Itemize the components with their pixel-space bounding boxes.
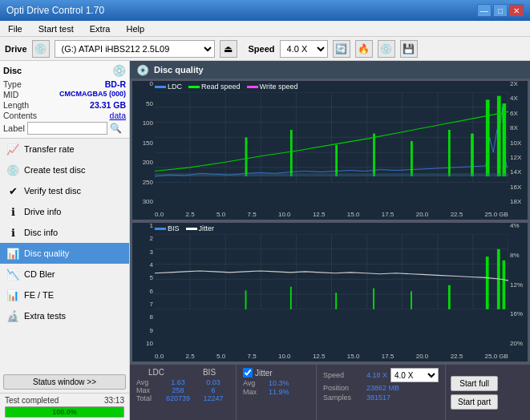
nav-fe-te-label: FE / TE [24, 290, 54, 300]
bottom-chart-y-axis-left: 10 9 8 7 6 5 4 3 2 1 [132, 223, 155, 347]
disc-type-value: BD-R [105, 79, 126, 89]
bottom-chart-y-axis-right: 20% 16% 12% 8% 4% [508, 223, 528, 347]
nav-create-test-disc[interactable]: 💿 Create test disc [0, 160, 129, 180]
start-part-button[interactable]: Start part [451, 394, 498, 410]
jitter-max-label: Max [243, 388, 265, 396]
legend-bis: BIS [155, 224, 180, 232]
maximize-button[interactable]: □ [493, 4, 508, 17]
menu-file[interactable]: File [3, 23, 27, 34]
jitter-checkbox[interactable] [243, 368, 253, 378]
svg-rect-26 [502, 103, 506, 176]
disc-label-icon[interactable]: 🔍 [110, 123, 122, 134]
svg-rect-50 [486, 256, 489, 309]
action-buttons: Start full Start part [446, 365, 503, 420]
status-window-button[interactable]: Status window >> [3, 374, 126, 390]
disc-button[interactable]: 💿 [378, 40, 395, 58]
svg-rect-47 [373, 289, 374, 309]
disc-type-label: Type [3, 79, 22, 89]
nav-disc-quality[interactable]: 📊 Disc quality [0, 243, 129, 264]
nav-create-test-disc-label: Create test disc [24, 165, 85, 175]
legend-read-speed-color [188, 86, 200, 88]
nav-drive-info-label: Drive info [24, 207, 61, 216]
speed-select-drive[interactable]: 4.0 X [280, 40, 328, 58]
max-label: Max [136, 386, 159, 394]
nav-disc-quality-label: Disc quality [24, 248, 69, 258]
legend-write-speed-color [247, 86, 258, 88]
bottom-chart-legend: BIS Jitter [155, 224, 214, 232]
refresh-button[interactable]: 🔄 [333, 40, 350, 58]
legend-bis-label: BIS [168, 224, 180, 232]
svg-rect-27 [155, 173, 508, 176]
drive-label: Drive [5, 44, 27, 54]
jitter-max: 11.9% [269, 388, 289, 396]
disc-mid-label: MID [3, 90, 18, 99]
svg-rect-18 [290, 130, 293, 176]
svg-rect-52 [502, 260, 505, 309]
disc-panel-title: Disc [3, 66, 22, 75]
progress-area: Test completed 33:13 100.0% [0, 393, 129, 420]
sidebar: Disc 💿 Type BD-R MID CMCMAGBA5 (000) Len… [0, 61, 130, 420]
nav-fe-te[interactable]: 📊 FE / TE [0, 285, 129, 305]
save-button[interactable]: 💾 [400, 40, 418, 58]
nav-cd-bler[interactable]: 📉 CD Bler [0, 264, 129, 285]
nav-transfer-rate-label: Transfer rate [24, 144, 75, 154]
nav-transfer-rate[interactable]: 📈 Transfer rate [0, 139, 129, 160]
title-bar: Opti Drive Control 1.70 — □ ✕ [0, 0, 530, 21]
nav-extra-tests-label: Extra tests [24, 311, 66, 321]
menu-start-test[interactable]: Start test [34, 23, 79, 34]
close-button[interactable]: ✕ [509, 4, 524, 17]
top-chart-legend: LDC Read speed Write speed [155, 83, 297, 91]
chart-title: Disc quality [154, 65, 204, 75]
create-test-disc-icon: 💿 [6, 164, 19, 176]
nav-verify-test-disc[interactable]: ✔ Verify test disc [0, 180, 129, 201]
legend-write-speed-label: Write speed [260, 83, 298, 91]
top-chart-y-axis-right: 18X 16X 14X 12X 10X 8X 6X 4X 2X [508, 81, 528, 205]
window-controls: — □ ✕ [477, 4, 524, 17]
legend-jitter-label: Jitter [199, 224, 215, 232]
nav-disc-info[interactable]: ℹ Disc info [0, 222, 129, 243]
menu-extra[interactable]: Extra [85, 23, 115, 34]
svg-rect-17 [245, 137, 248, 176]
minimize-button[interactable]: — [477, 4, 492, 17]
disc-length-label: Length [3, 100, 29, 110]
chart-header-icon: 💿 [136, 64, 149, 76]
disc-contents-label: Contents [3, 111, 37, 120]
nav-cd-bler-label: CD Bler [24, 269, 55, 279]
drive-select[interactable]: (G:) ATAPI iHBS212 2.5L09 [55, 40, 215, 58]
menu-bar: File Start test Extra Help [0, 21, 530, 37]
app-title: Opti Drive Control 1.70 [6, 5, 104, 16]
main-content: 💿 Disc quality LDC Read speed [130, 61, 530, 420]
stats-bar: LDC BIS Avg 1.63 0.03 Max 258 6 Total 62… [130, 364, 530, 420]
speed-stats: Speed 4.18 X 4.0 X Position 23862 MB Sam… [317, 365, 446, 420]
charts-container: LDC Read speed Write speed 300 250 200 [130, 79, 530, 364]
legend-bis-color [155, 228, 166, 230]
svg-rect-45 [290, 287, 292, 309]
elapsed-time: 33:13 [104, 396, 124, 405]
menu-help[interactable]: Help [121, 23, 149, 34]
burn-button[interactable]: 🔥 [355, 40, 373, 58]
bis-avg: 0.03 [197, 378, 229, 386]
svg-rect-21 [411, 141, 413, 176]
drive-info-icon: ℹ [6, 206, 19, 218]
nav-drive-info[interactable]: ℹ Drive info [0, 201, 129, 222]
drive-icon-btn: 💿 [32, 40, 50, 58]
start-full-button[interactable]: Start full [451, 376, 498, 391]
svg-rect-44 [245, 290, 247, 309]
eject-button[interactable]: ⏏ [220, 40, 237, 58]
ldc-bis-stats: LDC BIS Avg 1.63 0.03 Max 258 6 Total 62… [130, 365, 237, 420]
bottom-chart-svg [155, 234, 508, 309]
top-chart: LDC Read speed Write speed 300 250 200 [131, 80, 528, 220]
avg-label: Avg [136, 378, 159, 386]
progress-bar-outer: 100.0% [5, 406, 124, 418]
transfer-rate-icon: 📈 [6, 143, 19, 155]
nav-items: 📈 Transfer rate 💿 Create test disc ✔ Ver… [0, 139, 129, 371]
disc-panel-icon: 💿 [112, 64, 126, 77]
nav-extra-tests[interactable]: 🔬 Extra tests [0, 305, 129, 326]
legend-ldc-color [155, 86, 166, 88]
speed-key: Speed [323, 371, 363, 379]
disc-label-input[interactable] [27, 122, 107, 135]
legend-jitter-color [186, 228, 197, 230]
disc-quality-icon: 📊 [6, 248, 19, 260]
disc-contents-value[interactable]: data [110, 111, 126, 120]
speed-select-stats[interactable]: 4.0 X [390, 368, 439, 382]
